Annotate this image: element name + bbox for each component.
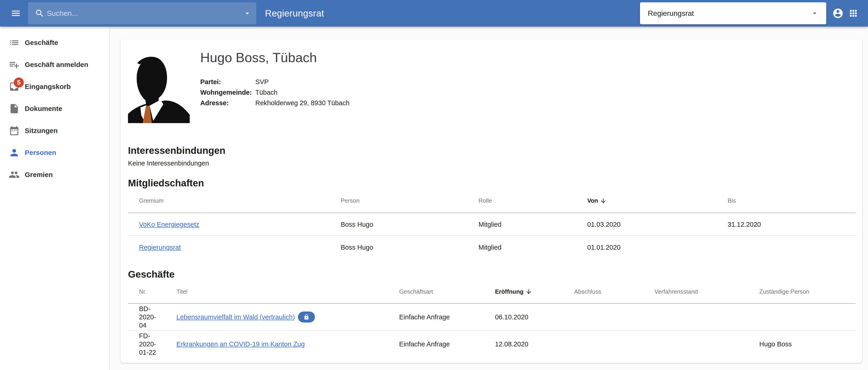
column-header-geschaeftsart[interactable]: Geschäftsart [399,288,495,295]
geschaeft-link[interactable]: Erkrankungen an COVID-19 im Kanton Zug [177,340,305,348]
column-header-rolle[interactable]: Rolle [478,197,587,204]
app-shell: Geschäfte Geschäft anmelden 5 Eingangsko… [0,27,868,370]
detail-label: Adresse: [200,98,255,108]
cell-nr: FD-2020-01-22 [139,332,177,357]
column-header-verfahrensstand[interactable]: Verfahrensstand [654,288,759,295]
interests-empty-text: Keine Interessenbindungen [128,159,856,167]
table-row: FD-2020-01-22 Erkrankungen an COVID-19 i… [128,331,856,358]
sidebar-item-gremien[interactable]: Gremien [0,164,110,186]
sidebar-item-dokumente[interactable]: Dokumente [0,98,110,120]
detail-value: SVP [255,76,269,87]
column-header-titel[interactable]: Titel [177,288,399,295]
interests-heading: Interessenbindungen [128,145,856,156]
column-header-eroeffnung-sorted[interactable]: Eröffnung [495,288,574,295]
cell-zustaendige-person: Hugo Boss [759,340,856,348]
sidebar-item-label: Geschäft anmelden [25,61,88,69]
column-header-abschluss[interactable]: Abschluss [574,288,654,295]
global-search[interactable] [28,2,256,24]
cell-person: Boss Hugo [341,220,478,229]
person-photo [128,51,190,123]
detail-row-adresse: Adresse: Rekholderweg 29, 8930 Tübach [200,98,349,108]
memberships-heading: Mitgliedschaften [128,177,856,189]
apps-grid-icon[interactable] [848,8,858,18]
gremium-link[interactable]: Regierungsrat [139,243,181,251]
column-header-von-sorted[interactable]: Von [587,197,727,204]
table-row: BD-2020-04 Lebensraumvielfalt im Wald (v… [128,304,856,331]
cell-von: 01.03.2020 [587,220,727,229]
business-table-header: Nr. Titel Geschäftsart Eröffnung Abschlu… [128,280,856,304]
sidebar-item-label: Dokumente [25,105,62,112]
sidebar-item-eingangskorb[interactable]: 5 Eingangskorb [0,76,110,98]
column-header-gremium[interactable]: Gremium [139,197,341,204]
cell-gremium: VoKo Energiegesetz [139,220,341,229]
document-icon [9,103,20,114]
person-detail-card: Hugo Boss, Tübach Partei: SVP Wohngemein… [121,39,862,363]
sidebar-item-label: Geschäfte [25,39,58,46]
account-circle-icon[interactable] [832,7,844,19]
cell-bis: 31.12.2020 [727,220,856,229]
person-info: Hugo Boss, Tübach Partei: SVP Wohngemein… [200,51,349,123]
column-header-bis[interactable]: Bis [727,197,856,204]
detail-row-wohngemeinde: Wohngemeinde: Tübach [200,87,349,98]
business-heading: Geschäfte [128,269,856,280]
sidebar-item-geschaefte[interactable]: Geschäfte [0,32,110,54]
column-header-nr[interactable]: Nr. [139,288,177,295]
cell-rolle: Mitglied [478,243,587,251]
sort-desc-arrow-icon [525,288,532,295]
cell-rolle: Mitglied [478,220,587,229]
lock-icon [304,314,309,320]
mandate-select-value: Regierungsrat [648,9,694,18]
column-header-person[interactable]: Person [341,197,478,204]
sidebar-item-geschaeft-anmelden[interactable]: Geschäft anmelden [0,54,110,76]
table-row: Regierungsrat Boss Hugo Mitglied 01.01.2… [128,236,856,259]
cell-nr: BD-2020-04 [139,305,177,329]
page-title: Hugo Boss, Tübach [200,50,349,65]
menu-icon[interactable] [10,8,21,19]
sidebar-item-sitzungen[interactable]: Sitzungen [0,120,110,142]
playlist-add-icon [9,59,20,70]
chevron-down-icon [811,9,819,18]
detail-label: Wohngemeinde: [200,87,255,98]
list-icon [9,37,20,48]
detail-row-partei: Partei: SVP [200,76,349,87]
cell-geschaeftsart: Einfache Anfrage [399,340,495,348]
confidential-badge [298,311,315,323]
column-header-zustaendige-person[interactable]: Zuständige Person [759,288,856,295]
detail-label: Partei: [200,76,255,87]
person-icon [9,147,20,158]
sort-desc-arrow-icon [600,197,607,204]
business-table: Nr. Titel Geschäftsart Eröffnung Abschlu… [128,280,856,358]
mandate-select[interactable]: Regierungsrat [640,2,826,24]
person-details: Partei: SVP Wohngemeinde: Tübach Adresse… [200,76,349,108]
cell-titel: Erkrankungen an COVID-19 im Kanton Zug [177,340,399,348]
memberships-table-header: Gremium Person Rolle Von Bis [128,189,856,213]
search-input[interactable] [47,9,256,18]
sidebar-item-label: Eingangskorb [25,83,71,91]
calendar-icon [9,125,20,136]
sidebar-item-label: Gremien [25,171,53,178]
gremium-link[interactable]: VoKo Energiegesetz [139,220,199,229]
app-bar: Regierungsrat Regierungsrat [0,0,868,27]
search-scope-dropdown-icon[interactable] [243,9,252,18]
sidebar-item-label: Personen [25,149,56,157]
cell-gremium: Regierungsrat [139,243,341,251]
cell-titel: Lebensraumvielfalt im Wald (vertraulich) [177,311,399,323]
geschaeft-link[interactable]: Lebensraumvielfalt im Wald (vertraulich) [177,313,295,321]
cell-person: Boss Hugo [341,243,478,251]
app-title: Regierungsrat [265,8,324,19]
table-row: VoKo Energiegesetz Boss Hugo Mitglied 01… [128,213,856,236]
inbox-count-badge: 5 [14,77,24,88]
cell-von: 01.01.2020 [587,243,727,251]
detail-value: Tübach [255,87,278,98]
cell-eroeffnung: 12.08.2020 [495,340,574,348]
search-icon [35,8,44,18]
detail-value: Rekholderweg 29, 8930 Tübach [255,98,349,108]
inbox-icon: 5 [9,81,20,92]
cell-eroeffnung: 06.10.2020 [495,313,574,321]
sidebar-item-personen[interactable]: Personen [0,142,110,164]
people-icon [9,169,20,180]
sidebar-nav: Geschäfte Geschäft anmelden 5 Eingangsko… [0,27,110,370]
main-content: Hugo Boss, Tübach Partei: SVP Wohngemein… [110,27,868,370]
sidebar-item-label: Sitzungen [25,127,58,135]
person-header: Hugo Boss, Tübach Partei: SVP Wohngemein… [128,51,856,123]
